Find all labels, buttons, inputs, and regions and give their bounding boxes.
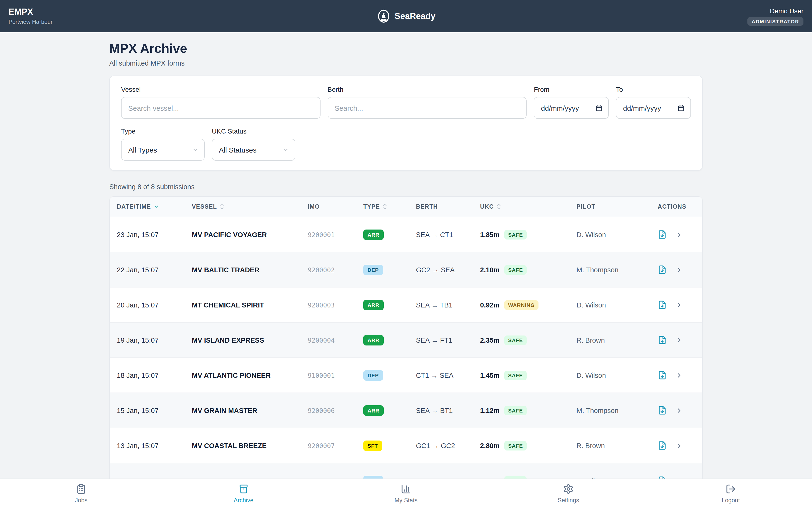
- open-row-button[interactable]: [675, 301, 683, 309]
- row-datetime: 13 Jan, 15:07: [110, 442, 185, 449]
- row-vessel-name: MV ISLAND EXPRESS: [185, 336, 300, 344]
- type-badge: ARR: [363, 229, 383, 240]
- table-row[interactable]: 15 Jan, 15:07 MV GRAIN MASTER 9200006 AR…: [110, 393, 702, 428]
- row-pilot: D. Wilson: [569, 231, 651, 238]
- clipboard-icon: [76, 483, 86, 495]
- row-actions: [651, 230, 702, 239]
- ukc-status-select[interactable]: All Statuses: [212, 139, 295, 161]
- column-header-label: UKC: [480, 203, 494, 210]
- type-select[interactable]: All Types: [121, 139, 205, 161]
- download-pdf-button[interactable]: [658, 300, 667, 309]
- download-pdf-button[interactable]: [658, 230, 667, 239]
- submissions-table: DATE/TIME VESSEL IMO TYPE BERTH UKC PILO…: [109, 196, 703, 499]
- nav-item-jobs[interactable]: Jobs: [0, 479, 162, 508]
- open-row-button[interactable]: [675, 407, 683, 414]
- download-pdf-button[interactable]: [658, 406, 667, 415]
- main-content: MPX Archive All submitted MPX forms Vess…: [109, 32, 703, 499]
- ukc-status-label: UKC Status: [212, 127, 295, 135]
- ukc-value: 2.35m: [480, 336, 499, 344]
- table-row[interactable]: 22 Jan, 15:07 MV BALTIC TRADER 9200002 D…: [110, 252, 702, 288]
- table-row[interactable]: 19 Jan, 15:07 MV ISLAND EXPRESS 9200004 …: [110, 323, 702, 358]
- table-row[interactable]: 23 Jan, 15:07 MV PACIFIC VOYAGER 9200001…: [110, 217, 702, 252]
- row-vessel-name: MV BALTIC TRADER: [185, 266, 300, 273]
- nav-item-label: Logout: [722, 497, 740, 504]
- open-row-button[interactable]: [675, 336, 683, 344]
- from-date-input[interactable]: dd/mm/yyyy: [534, 97, 609, 119]
- type-badge: DEP: [363, 370, 383, 380]
- type-filter-field: Type All Types: [121, 127, 205, 161]
- download-pdf-button[interactable]: [658, 265, 667, 274]
- ukc-value: 1.85m: [480, 231, 499, 238]
- row-datetime: 19 Jan, 15:07: [110, 336, 185, 344]
- ukc-status-badge: SAFE: [504, 335, 527, 345]
- type-label: Type: [121, 127, 205, 135]
- open-row-button[interactable]: [675, 371, 683, 379]
- ukc-status-badge: SAFE: [504, 406, 527, 415]
- table-row[interactable]: 20 Jan, 15:07 MT CHEMICAL SPIRIT 9200003…: [110, 288, 702, 323]
- sort-icon: [153, 204, 159, 210]
- vessel-search-input[interactable]: [121, 97, 320, 119]
- column-header-vessel[interactable]: VESSEL: [185, 203, 300, 210]
- table-row[interactable]: 18 Jan, 15:07 MV ATLANTIC PIONEER 910000…: [110, 358, 702, 393]
- gear-icon: [563, 483, 574, 495]
- type-badge: ARR: [363, 300, 383, 310]
- ukc-value: 2.80m: [480, 442, 499, 449]
- brand-name: SeaReady: [395, 11, 435, 21]
- filter-row-1: Vessel Berth From dd/mm/yyyy: [121, 86, 691, 119]
- nav-item-settings[interactable]: Settings: [487, 479, 650, 508]
- row-vessel-name: MV COASTAL BREEZE: [185, 442, 300, 449]
- port-identity: EMPX Portview Harbour: [8, 7, 52, 26]
- column-header-label: PILOT: [576, 203, 595, 210]
- row-datetime: 20 Jan, 15:07: [110, 301, 185, 309]
- download-pdf-button[interactable]: [658, 441, 667, 450]
- column-header-label: BERTH: [416, 203, 438, 210]
- row-imo: 9200002: [300, 266, 356, 273]
- column-header-type[interactable]: TYPE: [356, 203, 409, 210]
- download-pdf-button[interactable]: [658, 336, 667, 344]
- column-header-actions: ACTIONS: [651, 203, 702, 210]
- row-ukc-cell: 1.12m SAFE: [473, 406, 569, 415]
- row-pilot: R. Brown: [569, 442, 651, 449]
- nav-item-my-stats[interactable]: My Stats: [325, 479, 487, 508]
- row-actions: [651, 300, 702, 309]
- row-imo: 9200001: [300, 231, 356, 238]
- column-header-date-time[interactable]: DATE/TIME: [110, 203, 185, 210]
- row-berth: SEA → BT1: [409, 407, 473, 414]
- ukc-status-badge: SAFE: [504, 441, 527, 450]
- page-subtitle: All submitted MPX forms: [109, 59, 703, 67]
- nav-item-logout[interactable]: Logout: [650, 479, 812, 508]
- row-imo: 9200007: [300, 442, 356, 449]
- row-ukc-cell: 0.92m WARNING: [473, 300, 569, 309]
- chevron-down-icon: [192, 146, 198, 153]
- row-type-cell: DEP: [356, 264, 409, 275]
- table-body: 23 Jan, 15:07 MV PACIFIC VOYAGER 9200001…: [110, 217, 702, 499]
- ukc-status-select-value: All Statuses: [219, 146, 256, 154]
- download-pdf-button[interactable]: [658, 371, 667, 380]
- table-row[interactable]: 13 Jan, 15:07 MV COASTAL BREEZE 9200007 …: [110, 428, 702, 463]
- results-summary: Showing 8 of 8 submissions: [109, 183, 703, 190]
- vessel-label: Vessel: [121, 86, 320, 93]
- from-date-field: From dd/mm/yyyy: [534, 86, 609, 119]
- bottom-nav: Jobs Archive My Stats Settings Logout: [0, 478, 812, 508]
- row-berth: SEA → CT1: [409, 231, 473, 238]
- column-header-berth: BERTH: [409, 203, 473, 210]
- column-header-ukc[interactable]: UKC: [473, 203, 569, 210]
- open-row-button[interactable]: [675, 231, 683, 238]
- column-header-pilot: PILOT: [569, 203, 651, 210]
- bar-chart-icon: [401, 483, 411, 495]
- type-badge: DEP: [363, 264, 383, 275]
- open-row-button[interactable]: [675, 266, 683, 273]
- vessel-filter-field: Vessel: [121, 86, 320, 119]
- nav-item-archive[interactable]: Archive: [162, 479, 325, 508]
- to-date-placeholder: dd/mm/yyyy: [623, 104, 661, 112]
- to-label: To: [616, 86, 691, 93]
- to-date-input[interactable]: dd/mm/yyyy: [616, 97, 691, 119]
- berth-filter-field: Berth: [327, 86, 527, 119]
- row-vessel-name: MV GRAIN MASTER: [185, 407, 300, 414]
- from-date-placeholder: dd/mm/yyyy: [541, 104, 579, 112]
- open-row-button[interactable]: [675, 442, 683, 449]
- berth-search-input[interactable]: [327, 97, 527, 119]
- from-label: From: [534, 86, 609, 93]
- archive-icon: [238, 483, 249, 495]
- page-title: MPX Archive: [109, 41, 703, 56]
